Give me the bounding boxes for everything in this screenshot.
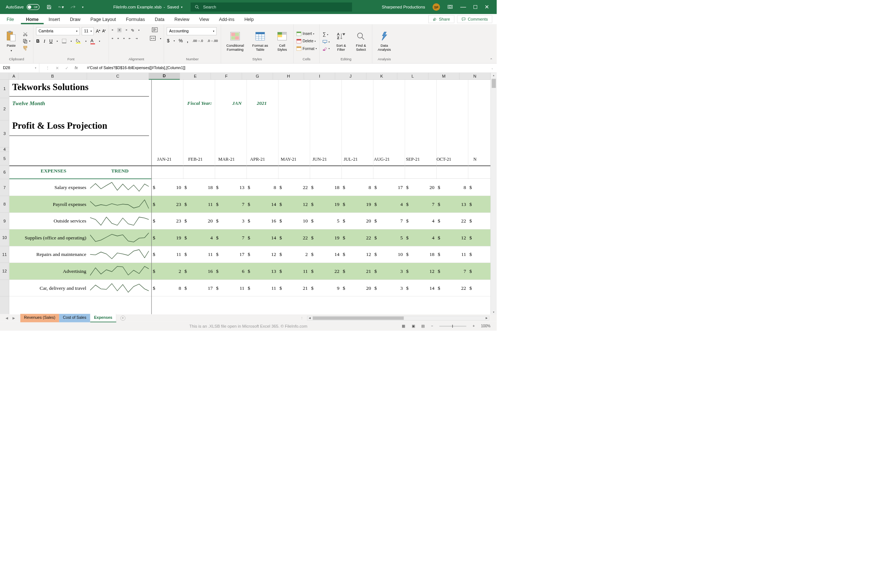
toggle-switch[interactable]: Off: [27, 4, 39, 10]
user-name[interactable]: Sharpened Productions: [382, 5, 425, 9]
cell[interactable]: $12: [405, 263, 436, 279]
cell[interactable]: $7: [436, 263, 468, 279]
cell[interactable]: $: [468, 179, 481, 196]
data-analysis-button[interactable]: Data Analysis: [375, 26, 393, 56]
col-header-E[interactable]: E: [180, 73, 211, 80]
column-headers[interactable]: ABCDEFGHIJKLMN: [9, 73, 490, 80]
row-header-11[interactable]: 11: [0, 246, 9, 263]
cell[interactable]: $7: [215, 230, 246, 246]
sheet-tab-revenues-sales-[interactable]: Revenues (Sales): [20, 314, 59, 322]
cell[interactable]: $16: [246, 213, 278, 229]
enter-formula-icon[interactable]: ✓: [65, 66, 68, 70]
cell[interactable]: $19: [310, 196, 341, 213]
col-header-N[interactable]: N: [460, 73, 490, 80]
cell[interactable]: $13: [215, 179, 246, 196]
align-middle-icon[interactable]: ≡: [117, 28, 122, 32]
cell[interactable]: $: [468, 196, 481, 213]
cell[interactable]: $20: [341, 213, 373, 229]
sheet-tab-expenses[interactable]: Expenses: [90, 314, 116, 322]
zoom-in-icon[interactable]: +: [472, 324, 475, 328]
align-right-icon[interactable]: ≡: [123, 37, 125, 40]
name-box[interactable]: D28▾: [0, 64, 39, 73]
cell[interactable]: $22: [436, 280, 468, 296]
tab-view[interactable]: View: [194, 15, 214, 24]
col-header-G[interactable]: G: [242, 73, 273, 80]
expand-formula-icon[interactable]: ⌄: [488, 66, 497, 69]
tab-add-ins[interactable]: Add-ins: [214, 15, 240, 24]
row-header-12[interactable]: 12: [0, 263, 9, 280]
cell[interactable]: $11: [246, 280, 278, 296]
comma-format-icon[interactable]: ,: [187, 38, 188, 44]
cell[interactable]: $8: [152, 280, 183, 296]
sort-filter-button[interactable]: AZ Sort & Filter: [333, 26, 350, 56]
zoom-level[interactable]: 100%: [481, 324, 490, 328]
cell[interactable]: $4: [405, 230, 436, 246]
cell[interactable]: $8: [436, 179, 468, 196]
worksheet[interactable]: ABCDEFGHIJKLMN 123456789101112 Tekworks …: [0, 73, 497, 314]
grid[interactable]: Tekworks Solutions Twelve Month Fiscal Y…: [9, 80, 490, 314]
number-format-select[interactable]: Accounting▾: [167, 27, 217, 35]
row-header-7[interactable]: 7: [0, 179, 9, 196]
col-header-J[interactable]: J: [335, 73, 366, 80]
cut-button[interactable]: [23, 32, 30, 37]
col-header-C[interactable]: C: [87, 73, 149, 80]
maximize-button[interactable]: [473, 5, 477, 9]
autosum-button[interactable]: ∑▾: [323, 32, 330, 37]
row-header-9[interactable]: 9: [0, 213, 9, 230]
cell[interactable]: $14: [405, 280, 436, 296]
col-header-F[interactable]: F: [211, 73, 242, 80]
wrap-text-icon[interactable]: [152, 27, 158, 33]
tab-formulas[interactable]: Formulas: [121, 15, 150, 24]
save-icon[interactable]: [46, 4, 52, 10]
delete-cells-button[interactable]: Delete▾: [297, 39, 317, 44]
file-title[interactable]: FileInfo.com Example.xlsb - Saved ▾: [113, 5, 182, 9]
font-name-select[interactable]: Cambria▾: [36, 27, 80, 35]
cell[interactable]: $22: [278, 230, 310, 246]
cell[interactable]: $18: [310, 179, 341, 196]
cell[interactable]: $7: [373, 213, 405, 229]
cell[interactable]: $14: [246, 230, 278, 246]
paste-button[interactable]: Paste ▾: [3, 26, 20, 56]
fx-icon[interactable]: fx: [75, 66, 78, 70]
cell[interactable]: $23: [152, 196, 183, 213]
cell[interactable]: $6: [215, 263, 246, 279]
cell[interactable]: $13: [436, 196, 468, 213]
cell[interactable]: $3: [215, 213, 246, 229]
cell[interactable]: $: [468, 213, 481, 229]
cell[interactable]: $13: [246, 263, 278, 279]
select-all-corner[interactable]: [0, 73, 9, 80]
cell[interactable]: $2: [152, 263, 183, 279]
cell[interactable]: $11: [278, 263, 310, 279]
tab-home[interactable]: Home: [21, 15, 44, 24]
cell[interactable]: $21: [278, 280, 310, 296]
col-header-H[interactable]: H: [273, 73, 304, 80]
align-bottom-icon[interactable]: ≡: [125, 28, 127, 32]
vertical-scrollbar[interactable]: ▴ ▾: [490, 73, 497, 314]
row-header-5[interactable]: 5: [0, 152, 9, 165]
row-header-4[interactable]: 4: [0, 147, 9, 152]
cell[interactable]: $5: [310, 213, 341, 229]
increase-decimal-icon[interactable]: .00→.0: [192, 39, 203, 43]
cell[interactable]: $20: [341, 280, 373, 296]
cell[interactable]: $12: [246, 246, 278, 262]
cell[interactable]: $17: [215, 246, 246, 262]
minimize-button[interactable]: —: [460, 4, 466, 10]
tab-data[interactable]: Data: [150, 15, 169, 24]
decrease-font-icon[interactable]: A▾: [102, 29, 106, 33]
formula-input[interactable]: ='Cost of Sales'!$D$16-tblExpenses[[#Tot…: [84, 66, 488, 70]
col-header-D[interactable]: D: [149, 73, 180, 80]
cell[interactable]: $11: [215, 280, 246, 296]
conditional-formatting-button[interactable]: Conditional Formatting: [224, 26, 246, 56]
cell[interactable]: $3: [373, 280, 405, 296]
tab-help[interactable]: Help: [240, 15, 259, 24]
row-header-6[interactable]: 6: [0, 165, 9, 179]
cell[interactable]: $: [468, 246, 481, 262]
undo-icon[interactable]: ▾: [58, 4, 64, 10]
new-sheet-button[interactable]: +: [120, 315, 125, 321]
cell[interactable]: $2: [278, 246, 310, 262]
comments-button[interactable]: Comments: [457, 15, 492, 23]
copy-button[interactable]: ▾: [23, 39, 30, 44]
dropdown-icon[interactable]: ⋮: [46, 66, 50, 70]
col-header-I[interactable]: I: [304, 73, 335, 80]
cell[interactable]: $12: [436, 230, 468, 246]
